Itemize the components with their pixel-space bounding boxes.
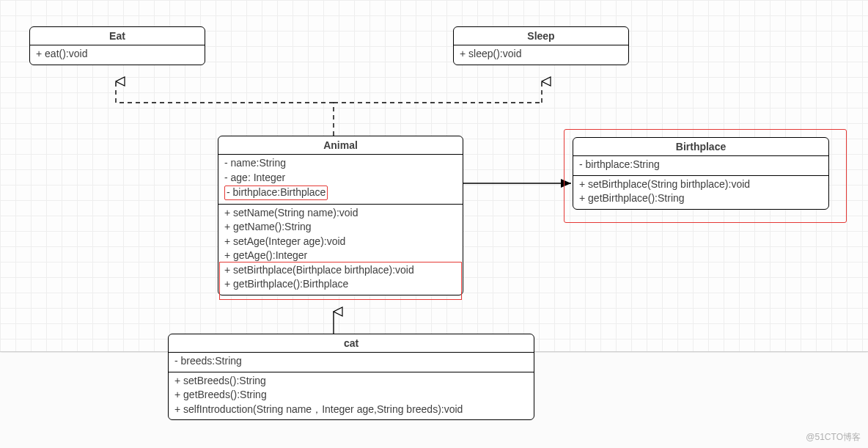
class-box-cat: cat - breeds:String + setBreeds():String…	[168, 334, 534, 420]
attr-row: - age: Integer	[224, 171, 457, 186]
method-row: + setAge(Integer age):void	[224, 235, 457, 249]
methods-section: + setBirthplace(String birthplace):void …	[573, 176, 828, 209]
method-row: + getBreeds():String	[174, 388, 528, 403]
attr-row: - birthplace:Birthplace	[224, 185, 457, 201]
attr-row: - breeds:String	[174, 354, 528, 369]
method-row: + sleep():void	[460, 47, 622, 62]
class-box-eat: Eat + eat():void	[29, 26, 205, 65]
methods-section: + setBreeds():String + getBreeds():Strin…	[169, 372, 534, 420]
method-row: + setBirthplace(String birthplace):void	[579, 177, 823, 192]
class-box-sleep: Sleep + sleep():void	[453, 26, 629, 65]
method-row: + getAge():Integer	[224, 249, 457, 263]
uml-canvas: Eat + eat():void Sleep + sleep():void An…	[0, 0, 868, 448]
class-title: Animal	[218, 136, 463, 155]
method-row: + eat():void	[36, 47, 199, 62]
method-row: + getBirthplace():String	[579, 191, 823, 206]
class-title: Eat	[30, 27, 205, 45]
class-box-birthplace: Birthplace - birthplace:String + setBirt…	[573, 137, 829, 210]
methods-section: + setName(String name):void + getName():…	[218, 205, 463, 295]
class-title: Sleep	[454, 27, 628, 45]
class-box-animal: Animal - name:String - age: Integer - bi…	[218, 136, 463, 295]
attributes-section: - breeds:String	[169, 353, 534, 372]
method-row: + setName(String name):void	[224, 206, 457, 221]
watermark: @51CTO博客	[806, 431, 861, 444]
method-row: + selfIntroduction(String name，Integer a…	[174, 403, 528, 417]
method-row: + getBirthplace():Birthplace	[224, 277, 457, 292]
attr-row: - birthplace:String	[579, 158, 823, 172]
attr-row: - name:String	[224, 156, 457, 171]
class-title: cat	[169, 334, 534, 353]
class-title: Birthplace	[573, 138, 828, 156]
attributes-section: - birthplace:String	[573, 156, 828, 176]
method-row: + getName():String	[224, 220, 457, 235]
method-row: + setBirthplace(Birthplace birthplace):v…	[224, 263, 457, 278]
method-row: + setBreeds():String	[174, 374, 528, 389]
attributes-section: - name:String - age: Integer - birthplac…	[218, 155, 463, 205]
highlighted-attr: - birthplace:Birthplace	[224, 186, 328, 200]
